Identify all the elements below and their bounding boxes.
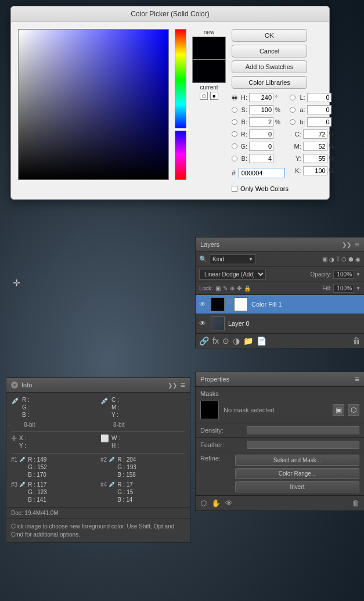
hex-input[interactable] <box>239 168 285 178</box>
toggle-icon[interactable]: ◉ <box>355 256 361 262</box>
density-slider[interactable] <box>247 426 359 434</box>
c-input[interactable] <box>303 129 327 139</box>
color-range-button[interactable]: Color Range... <box>235 468 359 479</box>
type-filter-icon[interactable]: T <box>336 256 340 262</box>
smart-filter-icon[interactable]: ⬢ <box>348 256 354 262</box>
opacity-chevron[interactable]: ▼ <box>356 272 361 277</box>
fill-input[interactable] <box>333 284 354 293</box>
masks-label: Masks <box>200 390 359 397</box>
mask-vector-btn[interactable]: ⬡ <box>348 404 359 416</box>
refine-buttons: Select and Mask... Color Range... Invert <box>235 455 359 492</box>
web-colors-checkbox[interactable] <box>232 186 237 192</box>
layer-fx-icon[interactable]: fx <box>212 336 219 346</box>
swatch-icon-1[interactable]: ⬡ <box>200 92 208 100</box>
color-libraries-button[interactable]: Color Libraries <box>232 76 307 89</box>
w-value: W : <box>111 434 120 442</box>
info-menu-icon[interactable]: ≡ <box>181 380 185 390</box>
sample-vals-3: R : 117 G : 123 B : 141 <box>28 481 47 503</box>
opacity-input[interactable] <box>333 270 354 279</box>
swatch-new-label: new <box>204 29 214 35</box>
b-row: b: <box>290 117 337 127</box>
hue-radio[interactable] <box>232 95 237 100</box>
props-hand-icon[interactable]: ✋ <box>211 499 221 508</box>
blend-mode-select[interactable]: Linear Dodge (Add) <box>199 269 266 280</box>
add-mask-icon[interactable]: ⊙ <box>222 336 229 346</box>
info-close-btn[interactable]: × <box>11 382 18 388</box>
props-select-icon[interactable]: ⬡ <box>200 499 207 508</box>
new-layer-icon[interactable]: 📄 <box>257 336 266 346</box>
mask-pixel-btn[interactable]: ▣ <box>333 404 344 416</box>
lock-transparent-icon[interactable]: ▣ <box>215 285 221 291</box>
lock-paint-icon[interactable]: ✎ <box>223 285 228 291</box>
swatch-icon-2[interactable]: ■ <box>210 92 218 100</box>
pixel-filter-icon[interactable]: ▣ <box>322 256 327 262</box>
red-radio[interactable] <box>232 131 237 137</box>
layers-search-row: 🔍 Kind ▼ ▣ ◑ T ⬡ ⬢ ◉ <box>196 252 364 267</box>
k-input[interactable] <box>303 166 327 175</box>
fill-chevron[interactable]: ▼ <box>356 286 361 291</box>
lock-move-icon[interactable]: ✤ <box>237 285 242 291</box>
g-value-1: G : <box>22 404 30 411</box>
props-trash-icon[interactable]: 🗑 <box>352 499 359 508</box>
layer-visibility-icon[interactable]: 👁 <box>199 319 207 328</box>
red-input[interactable] <box>249 129 273 139</box>
kind-dropdown[interactable]: Kind ▼ <box>210 254 256 264</box>
blue-input[interactable] <box>249 154 273 163</box>
m-unit: % <box>329 143 337 150</box>
brightness-radio[interactable] <box>232 119 237 125</box>
layers-panel: Layers ❯❯ ≡ 🔍 Kind ▼ ▣ ◑ T ⬡ ⬢ ◉ Linear … <box>195 237 364 348</box>
info-header: × Info ❯❯ ≡ <box>6 378 190 393</box>
info-doc: Doc: 19.4M/41.0M <box>6 507 190 519</box>
y-input[interactable] <box>303 154 327 163</box>
hue-cursor <box>174 128 189 131</box>
color-gradient-picker[interactable] <box>18 29 169 180</box>
swatch-new-color[interactable] <box>192 37 226 60</box>
green-input[interactable] <box>249 142 273 151</box>
layer-visibility-icon[interactable]: 👁 <box>199 300 207 308</box>
swatch-current-color[interactable] <box>192 60 226 83</box>
info-collapse-icon[interactable]: ❯❯ <box>168 382 177 388</box>
saturation-input[interactable] <box>249 105 273 114</box>
feather-slider[interactable] <box>247 441 359 449</box>
new-group-icon[interactable]: 📁 <box>243 336 253 346</box>
l-input[interactable] <box>307 93 331 102</box>
y-row: Y: % <box>290 153 337 164</box>
layer-mask-thumb <box>234 297 248 311</box>
c-unit: % <box>329 131 337 138</box>
lock-artboard-icon[interactable]: ⊕ <box>230 285 235 291</box>
a-input[interactable] <box>307 105 331 114</box>
ok-button[interactable]: OK <box>232 29 307 42</box>
hue-input[interactable] <box>249 93 273 102</box>
kind-filter-icons: ▣ ◑ T ⬡ ⬢ ◉ <box>322 256 361 262</box>
r-value-1: R : <box>22 396 30 404</box>
m-input[interactable] <box>303 142 327 151</box>
b-radio[interactable] <box>290 119 295 125</box>
cancel-button[interactable]: Cancel <box>232 45 307 57</box>
brightness-input[interactable] <box>249 117 273 127</box>
shape-filter-icon[interactable]: ⬡ <box>341 256 347 262</box>
add-to-swatches-button[interactable]: Add to Swatches <box>232 60 307 73</box>
link-layers-icon[interactable]: 🔗 <box>199 336 209 346</box>
layer-row[interactable]: 👁 ⛓ Color Fill 1 <box>196 295 364 314</box>
adjustment-layer-icon[interactable]: ◑ <box>233 336 240 346</box>
lock-all-icon[interactable]: 🔒 <box>244 285 251 291</box>
layer-row[interactable]: 👁 Layer 0 <box>196 314 364 333</box>
sample-item: #2 💉 R : 204 G : 193 B : 158 <box>100 456 185 478</box>
info-hint-text: Click image to choose new foreground col… <box>11 523 174 538</box>
properties-menu-icon[interactable]: ≡ <box>355 375 359 384</box>
hue-slider[interactable] <box>175 29 186 180</box>
select-and-mask-button[interactable]: Select and Mask... <box>235 455 359 466</box>
adjustment-filter-icon[interactable]: ◑ <box>329 256 334 262</box>
props-eye-icon[interactable]: 👁 <box>225 499 233 508</box>
saturation-radio[interactable] <box>232 107 237 113</box>
invert-button[interactable]: Invert <box>235 481 359 492</box>
green-radio[interactable] <box>232 143 237 149</box>
button-group: OK Cancel Add to Swatches Color Librarie… <box>232 29 337 89</box>
b-input[interactable] <box>307 117 331 127</box>
a-radio[interactable] <box>290 107 295 113</box>
layers-menu-icon[interactable]: ≡ <box>355 240 359 249</box>
delete-layer-icon[interactable]: 🗑 <box>352 336 361 346</box>
l-radio[interactable] <box>290 95 295 100</box>
blue-radio[interactable] <box>232 156 237 161</box>
layers-collapse-icon[interactable]: ❯❯ <box>342 242 351 248</box>
